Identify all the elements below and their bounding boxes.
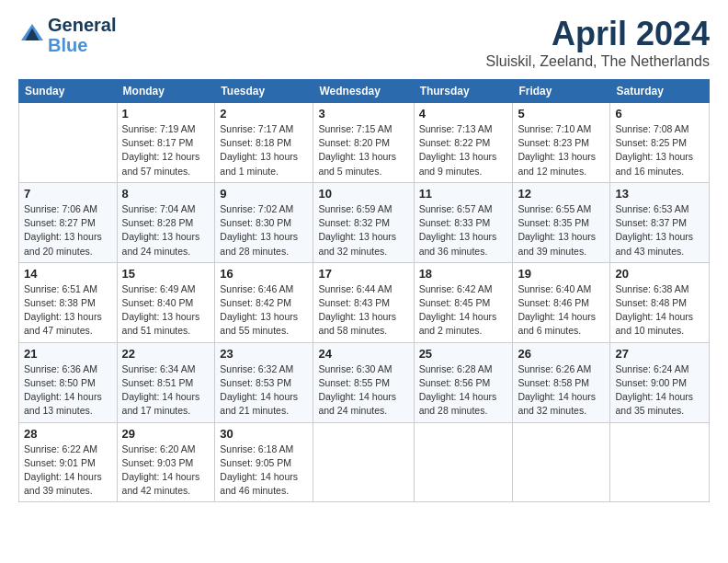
cell-info: Sunrise: 6:57 AMSunset: 8:33 PMDaylight:… [419,202,508,259]
cell-info: Sunrise: 7:02 AMSunset: 8:30 PMDaylight:… [220,202,308,259]
cell-day-number: 7 [24,187,112,201]
cell-day-number: 9 [220,187,308,201]
cell-info: Sunrise: 6:22 AMSunset: 9:01 PMDaylight:… [24,442,112,499]
title-area: April 2024 Sluiskil, Zeeland, The Nether… [486,15,710,70]
location: Sluiskil, Zeeland, The Netherlands [486,53,710,70]
cell-info: Sunrise: 6:28 AMSunset: 8:56 PMDaylight:… [419,362,508,419]
calendar-cell: 9Sunrise: 7:02 AMSunset: 8:30 PMDaylight… [215,182,313,262]
logo-line2: Blue [48,35,116,55]
cell-info: Sunrise: 6:24 AMSunset: 9:00 PMDaylight:… [615,362,704,419]
calendar-cell: 21Sunrise: 6:36 AMSunset: 8:50 PMDayligh… [19,342,118,422]
cell-info: Sunrise: 6:53 AMSunset: 8:37 PMDaylight:… [615,202,704,259]
calendar-cell: 12Sunrise: 6:55 AMSunset: 8:35 PMDayligh… [513,182,610,262]
cell-day-number: 15 [122,267,210,281]
cell-info: Sunrise: 7:13 AMSunset: 8:22 PMDaylight:… [419,122,508,178]
cell-day-number: 30 [220,427,308,441]
cell-info: Sunrise: 6:36 AMSunset: 8:50 PMDaylight:… [24,362,112,419]
cell-info: Sunrise: 7:17 AMSunset: 8:18 PMDaylight:… [220,122,308,178]
cell-info: Sunrise: 6:26 AMSunset: 8:58 PMDaylight:… [518,362,605,419]
calendar-cell: 2Sunrise: 7:17 AMSunset: 8:18 PMDaylight… [215,103,313,183]
cell-day-number: 1 [122,107,210,121]
cell-day-number: 18 [419,267,508,281]
calendar-cell: 30Sunrise: 6:18 AMSunset: 9:05 PMDayligh… [215,422,313,502]
calendar-cell [610,422,710,502]
calendar-cell: 3Sunrise: 7:15 AMSunset: 8:20 PMDaylight… [313,103,414,183]
calendar-cell: 6Sunrise: 7:08 AMSunset: 8:25 PMDaylight… [610,103,710,183]
cell-info: Sunrise: 6:32 AMSunset: 8:53 PMDaylight:… [220,362,308,419]
cell-day-number: 12 [518,187,605,201]
cell-info: Sunrise: 6:51 AMSunset: 8:38 PMDaylight:… [24,282,112,339]
cell-info: Sunrise: 6:38 AMSunset: 8:48 PMDaylight:… [615,282,704,339]
cell-day-number: 25 [419,347,508,361]
calendar-cell: 20Sunrise: 6:38 AMSunset: 8:48 PMDayligh… [610,262,710,342]
calendar-cell: 27Sunrise: 6:24 AMSunset: 9:00 PMDayligh… [610,342,710,422]
cell-info: Sunrise: 6:44 AMSunset: 8:43 PMDaylight:… [318,282,408,339]
logo: General Blue [18,15,116,55]
calendar-cell: 14Sunrise: 6:51 AMSunset: 8:38 PMDayligh… [19,262,118,342]
weekday-header-wednesday: Wednesday [313,80,414,103]
cell-day-number: 26 [518,347,605,361]
calendar-cell: 26Sunrise: 6:26 AMSunset: 8:58 PMDayligh… [513,342,610,422]
week-row-1: 1Sunrise: 7:19 AMSunset: 8:17 PMDaylight… [19,103,710,183]
week-row-2: 7Sunrise: 7:06 AMSunset: 8:27 PMDaylight… [19,182,710,262]
cell-day-number: 5 [518,107,605,121]
calendar-cell: 13Sunrise: 6:53 AMSunset: 8:37 PMDayligh… [610,182,710,262]
cell-day-number: 20 [615,267,704,281]
cell-day-number: 19 [518,267,605,281]
cell-day-number: 28 [24,427,112,441]
weekday-header-row: SundayMondayTuesdayWednesdayThursdayFrid… [19,80,710,103]
calendar-cell [513,422,610,502]
calendar-cell: 25Sunrise: 6:28 AMSunset: 8:56 PMDayligh… [414,342,513,422]
week-row-3: 14Sunrise: 6:51 AMSunset: 8:38 PMDayligh… [19,262,710,342]
calendar-cell: 18Sunrise: 6:42 AMSunset: 8:45 PMDayligh… [414,262,513,342]
cell-day-number: 3 [318,107,408,121]
calendar-cell: 17Sunrise: 6:44 AMSunset: 8:43 PMDayligh… [313,262,414,342]
cell-info: Sunrise: 7:06 AMSunset: 8:27 PMDaylight:… [24,202,112,259]
calendar-cell: 28Sunrise: 6:22 AMSunset: 9:01 PMDayligh… [19,422,118,502]
cell-day-number: 29 [122,427,210,441]
cell-day-number: 14 [24,267,112,281]
calendar-cell: 1Sunrise: 7:19 AMSunset: 8:17 PMDaylight… [117,103,215,183]
weekday-header-monday: Monday [117,80,215,103]
weekday-header-friday: Friday [513,80,610,103]
weekday-header-sunday: Sunday [19,80,118,103]
calendar: SundayMondayTuesdayWednesdayThursdayFrid… [18,79,710,502]
calendar-cell: 29Sunrise: 6:20 AMSunset: 9:03 PMDayligh… [117,422,215,502]
calendar-cell: 10Sunrise: 6:59 AMSunset: 8:32 PMDayligh… [313,182,414,262]
cell-info: Sunrise: 6:34 AMSunset: 8:51 PMDaylight:… [122,362,210,419]
calendar-cell: 24Sunrise: 6:30 AMSunset: 8:55 PMDayligh… [313,342,414,422]
calendar-cell: 8Sunrise: 7:04 AMSunset: 8:28 PMDaylight… [117,182,215,262]
cell-info: Sunrise: 7:15 AMSunset: 8:20 PMDaylight:… [318,122,408,178]
weekday-header-saturday: Saturday [610,80,710,103]
cell-info: Sunrise: 6:49 AMSunset: 8:40 PMDaylight:… [122,282,210,339]
calendar-cell: 15Sunrise: 6:49 AMSunset: 8:40 PMDayligh… [117,262,215,342]
cell-info: Sunrise: 6:55 AMSunset: 8:35 PMDaylight:… [518,202,605,259]
calendar-cell: 4Sunrise: 7:13 AMSunset: 8:22 PMDaylight… [414,103,513,183]
calendar-cell [19,103,118,183]
cell-day-number: 17 [318,267,408,281]
cell-day-number: 2 [220,107,308,121]
calendar-cell: 19Sunrise: 6:40 AMSunset: 8:46 PMDayligh… [513,262,610,342]
cell-info: Sunrise: 6:30 AMSunset: 8:55 PMDaylight:… [318,362,408,419]
cell-day-number: 16 [220,267,308,281]
week-row-5: 28Sunrise: 6:22 AMSunset: 9:01 PMDayligh… [19,422,710,502]
cell-day-number: 23 [220,347,308,361]
cell-day-number: 6 [615,107,704,121]
cell-day-number: 11 [419,187,508,201]
cell-info: Sunrise: 6:59 AMSunset: 8:32 PMDaylight:… [318,202,408,259]
cell-info: Sunrise: 6:42 AMSunset: 8:45 PMDaylight:… [419,282,508,339]
cell-info: Sunrise: 6:20 AMSunset: 9:03 PMDaylight:… [122,442,210,499]
logo-icon [18,21,46,49]
logo-text: General Blue [48,15,116,55]
cell-info: Sunrise: 7:08 AMSunset: 8:25 PMDaylight:… [615,122,704,178]
calendar-cell [414,422,513,502]
calendar-cell: 11Sunrise: 6:57 AMSunset: 8:33 PMDayligh… [414,182,513,262]
cell-day-number: 27 [615,347,704,361]
header: General Blue April 2024 Sluiskil, Zeelan… [18,15,710,70]
month-title: April 2024 [486,15,710,53]
cell-day-number: 10 [318,187,408,201]
calendar-cell: 16Sunrise: 6:46 AMSunset: 8:42 PMDayligh… [215,262,313,342]
weekday-header-thursday: Thursday [414,80,513,103]
cell-day-number: 13 [615,187,704,201]
cell-day-number: 21 [24,347,112,361]
